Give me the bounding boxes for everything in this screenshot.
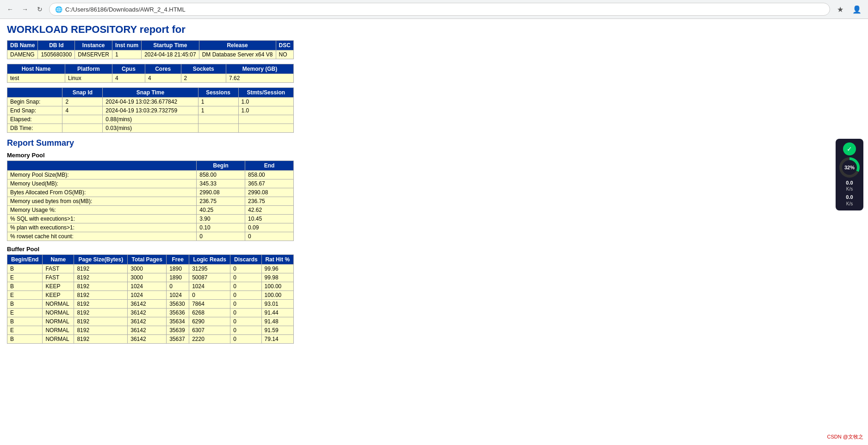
col-stmts-session: Stmts/Session: [238, 88, 293, 98]
snap-stmts: 1.0: [238, 106, 293, 115]
buf-discards: 0: [230, 265, 261, 273]
buf-name: KEEP: [43, 291, 74, 300]
forward-button[interactable]: →: [19, 4, 31, 15]
buf-rat-hit: 100.00: [261, 282, 293, 291]
memory-label: % SQL with executions>1:: [7, 215, 197, 223]
col-free: Free: [167, 255, 189, 265]
memory-gb-val: 7.62: [226, 74, 294, 83]
buf-free: 0: [167, 282, 189, 291]
back-button[interactable]: ←: [5, 4, 16, 15]
platform-val: Linux: [65, 74, 112, 83]
buf-page-size: 8192: [74, 282, 128, 291]
snap-sessions: 1: [198, 98, 238, 106]
buf-rat-hit: 91.44: [261, 309, 293, 317]
memory-end: 42.62: [245, 206, 294, 215]
refresh-button[interactable]: ↻: [34, 4, 45, 15]
buf-logic-reads: 7864: [189, 300, 230, 309]
table-row: E NORMAL 8192 36142 35636 6268 0 91.44: [7, 309, 294, 317]
floating-widget: ✓ 32% 0.0 K/s 0.0 K/s: [836, 139, 863, 210]
buf-discards: 0: [230, 309, 261, 317]
buf-begin-end: B: [7, 335, 43, 344]
col-sessions: Sessions: [198, 88, 238, 98]
buf-free: 35639: [167, 326, 189, 335]
snap-stmts: 1.0: [238, 98, 293, 106]
snap-label: Elapsed:: [7, 115, 62, 124]
memory-begin: 236.75: [197, 197, 245, 206]
buf-begin-end: B: [7, 317, 43, 326]
snap-id: [62, 124, 103, 133]
col-rat-hit: Rat Hit %: [261, 255, 293, 265]
buf-name: KEEP: [43, 282, 74, 291]
buf-total-pages: 3000: [128, 265, 167, 273]
snap-sessions: [198, 115, 238, 124]
snap-stmts: [238, 124, 293, 133]
profile-button[interactable]: 👤: [850, 3, 863, 16]
widget-progress-circle: 32%: [839, 157, 860, 178]
buf-page-size: 8192: [74, 326, 128, 335]
sockets-val: 2: [181, 74, 226, 83]
snap-info-table: Snap Id Snap Time Sessions Stmts/Session…: [7, 87, 294, 133]
buf-page-size: 8192: [74, 309, 128, 317]
buf-name: NORMAL: [43, 317, 74, 326]
cpus-val: 4: [112, 74, 145, 83]
memory-begin: 2990.08: [197, 188, 245, 197]
snap-time: 0.88(mins): [103, 115, 198, 124]
snap-label: End Snap:: [7, 106, 62, 115]
buf-logic-reads: 2220: [189, 335, 230, 344]
buf-total-pages: 36142: [128, 335, 167, 344]
host-name-val: test: [7, 74, 65, 83]
col-inst-num: Inst num: [112, 41, 142, 50]
page-content: WORKLOAD REPOSITORY report for DB Name D…: [0, 19, 833, 353]
buf-page-size: 8192: [74, 265, 128, 273]
col-logic-reads: Logic Reads: [189, 255, 230, 265]
col-discards: Discards: [230, 255, 261, 265]
memory-label: % rowset cache hit count:: [7, 232, 197, 241]
db-info-table: DB Name DB Id Instance Inst num Startup …: [7, 40, 294, 59]
col-page-size: Page Size(Bytes): [74, 255, 128, 265]
snap-time: 2024-04-19 13:03:29.732759: [103, 106, 198, 115]
buf-discards: 0: [230, 273, 261, 282]
address-text: C:/Users/86186/Downloads/AWR_2_4.HTML: [65, 6, 186, 13]
col-dsc: DSC: [276, 41, 293, 50]
memory-begin: 858.00: [197, 171, 245, 179]
address-bar[interactable]: 🌐 C:/Users/86186/Downloads/AWR_2_4.HTML: [49, 3, 830, 16]
report-summary-title: Report Summary: [7, 138, 826, 148]
buf-total-pages: 36142: [128, 326, 167, 335]
widget-upload-value: 0.0: [846, 179, 853, 186]
buf-discards: 0: [230, 326, 261, 335]
buf-begin-end: E: [7, 273, 43, 282]
col-snap-id: Snap Id: [62, 88, 103, 98]
table-row: Memory used bytes from os(MB): 236.75 23…: [7, 197, 294, 206]
table-row: Memory Pool Size(MB): 858.00 858.00: [7, 171, 294, 179]
browser-chrome: ← → ↻ 🌐 C:/Users/86186/Downloads/AWR_2_4…: [0, 0, 868, 19]
bookmark-button[interactable]: ★: [834, 3, 847, 16]
buf-free: 35636: [167, 309, 189, 317]
buf-discards: 0: [230, 317, 261, 326]
col-release: Release: [199, 41, 276, 50]
db-name-val: DAMENG: [7, 50, 38, 59]
db-id-val: 1505680300: [38, 50, 75, 59]
col-memory-gb: Memory (GB): [226, 64, 294, 74]
table-row: B NORMAL 8192 36142 35634 6290 0 91.48: [7, 317, 294, 326]
snap-sessions: 1: [198, 106, 238, 115]
table-row: Bytes Allocated From OS(MB): 2990.08 299…: [7, 188, 294, 197]
memory-label: Memory Usage %:: [7, 206, 197, 215]
buf-total-pages: 1024: [128, 282, 167, 291]
snap-id: 2: [62, 98, 103, 106]
table-row: Elapsed: 0.88(mins): [7, 115, 294, 124]
buf-total-pages: 36142: [128, 317, 167, 326]
table-row: B NORMAL 8192 36142 35637 2220 0 79.14: [7, 335, 294, 344]
table-row: End Snap: 4 2024-04-19 13:03:29.732759 1…: [7, 106, 294, 115]
widget-percent: 32%: [842, 160, 857, 175]
snap-stmts: [238, 115, 293, 124]
table-row: Memory Usage %: 40.25 42.62: [7, 206, 294, 215]
buf-name: FAST: [43, 273, 74, 282]
memory-end: 2990.08: [245, 188, 294, 197]
protocol-icon: 🌐: [55, 6, 62, 13]
buf-page-size: 8192: [74, 317, 128, 326]
snap-time: 0.03(mins): [103, 124, 198, 133]
col-begin-end: Begin/End: [7, 255, 43, 265]
buf-begin-end: E: [7, 326, 43, 335]
snap-id: [62, 115, 103, 124]
buf-begin-end: B: [7, 300, 43, 309]
